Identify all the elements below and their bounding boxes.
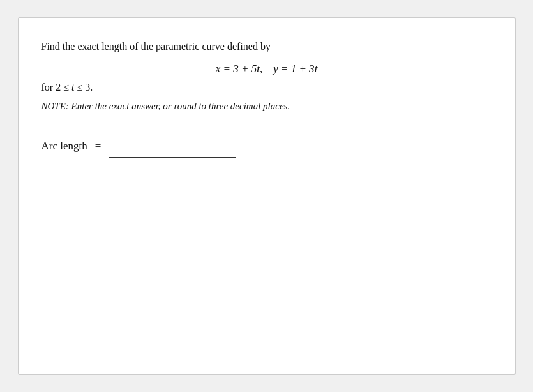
equation-text: x = 3 + 5t, y = 1 + 3t [216, 63, 318, 75]
equals-sign: = [95, 140, 101, 153]
problem-card: Find the exact length of the parametric … [18, 17, 516, 375]
condition-text: for 2 ≤ t ≤ 3. [41, 82, 492, 93]
arc-length-input[interactable] [109, 135, 236, 158]
equation-display: x = 3 + 5t, y = 1 + 3t [41, 63, 492, 75]
answer-label: Arc length [41, 140, 87, 153]
problem-intro: Find the exact length of the parametric … [41, 38, 492, 55]
answer-row: Arc length = [41, 135, 492, 158]
note-text: NOTE: Enter the exact answer, or round t… [41, 101, 492, 112]
